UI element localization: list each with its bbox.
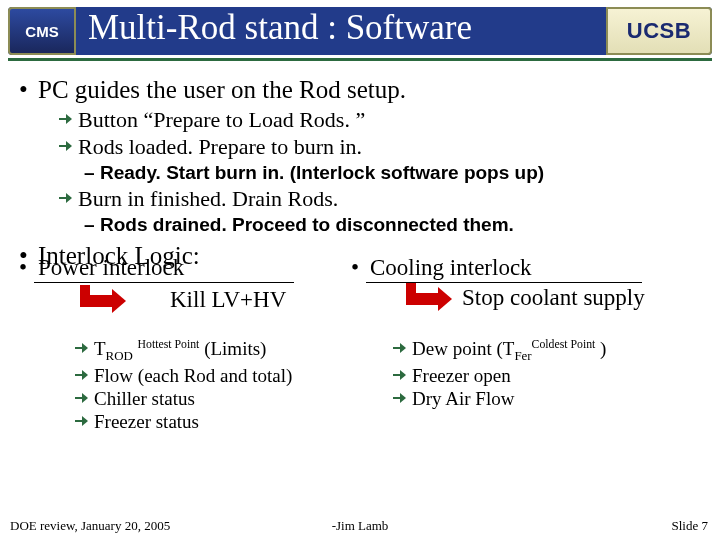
arrow-icon bbox=[59, 190, 73, 204]
list-item: Dew point (TFerColdest Point ) bbox=[412, 338, 606, 364]
slide-title: Multi-Rod stand : Software bbox=[88, 8, 472, 48]
ucsb-logo: UCSB bbox=[606, 7, 712, 55]
arrow-icon bbox=[75, 390, 89, 404]
action-kill: Kill LV+HV bbox=[170, 287, 286, 313]
list-item: Flow (each Rod and total) bbox=[94, 365, 292, 387]
slide: CMS Multi-Rod stand : Software UCSB PC g… bbox=[0, 0, 720, 540]
body: PC guides the user on the Rod setup. But… bbox=[0, 68, 720, 273]
bullet-level2: Burn in finished. Drain Rods. bbox=[78, 186, 720, 212]
arrow-icon bbox=[59, 111, 73, 125]
title-underline bbox=[8, 58, 712, 61]
bullet-level2: Button “Prepare to Load Rods. ” bbox=[78, 107, 720, 133]
arrow-icon bbox=[393, 340, 407, 354]
arrow-icon bbox=[393, 367, 407, 381]
footer-right: Slide 7 bbox=[672, 518, 708, 534]
section-header-cooling: Cooling interlock bbox=[370, 255, 702, 281]
bent-arrow-icon bbox=[406, 283, 452, 317]
arrow-icon bbox=[75, 340, 89, 354]
ucsb-logo-text: UCSB bbox=[627, 18, 691, 44]
sublist-power: TROD Hottest Point (Limits) Flow (each R… bbox=[94, 337, 292, 434]
list-item: Freezer open bbox=[412, 365, 606, 387]
bullet-level3: Rods drained. Proceed to disconnected th… bbox=[100, 214, 720, 236]
action-stop-coolant: Stop coolant supply bbox=[462, 285, 645, 311]
bent-arrow-icon bbox=[80, 285, 126, 319]
title-bar: CMS Multi-Rod stand : Software UCSB bbox=[8, 7, 712, 55]
list-item: Dry Air Flow bbox=[412, 388, 606, 410]
sublist-cooling: Dew point (TFerColdest Point ) Freezer o… bbox=[412, 337, 606, 411]
column-power: Power interlock Kill LV+HV TROD Hottest … bbox=[0, 255, 350, 284]
list-item: TROD Hottest Point (Limits) bbox=[94, 338, 292, 364]
bullet-level2: Rods loaded. Prepare to burn in. bbox=[78, 134, 720, 160]
footer-center: -Jim Lamb bbox=[0, 518, 720, 534]
section-header-power: Power interlock bbox=[38, 255, 350, 281]
arrow-icon bbox=[75, 413, 89, 427]
cms-logo: CMS bbox=[8, 7, 76, 55]
cms-logo-text: CMS bbox=[25, 23, 58, 40]
list-item: Freezer status bbox=[94, 411, 292, 433]
arrow-icon bbox=[393, 390, 407, 404]
arrow-icon bbox=[59, 138, 73, 152]
arrow-icon bbox=[75, 367, 89, 381]
column-cooling: Cooling interlock Stop coolant supply De… bbox=[352, 255, 702, 284]
bullet-level1: PC guides the user on the Rod setup. bbox=[38, 76, 720, 104]
list-item: Chiller status bbox=[94, 388, 292, 410]
bullet-level3: Ready. Start burn in. (Interlock softwar… bbox=[100, 162, 720, 184]
